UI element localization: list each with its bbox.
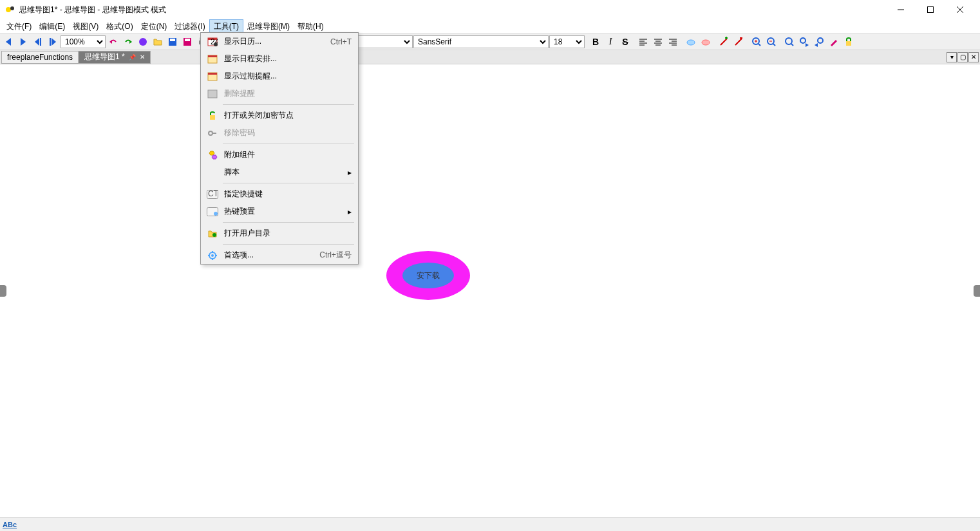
italic-button[interactable]: I — [603, 35, 617, 49]
link-add-button[interactable] — [717, 35, 731, 49]
svg-point-70 — [212, 233, 216, 237]
menu-separator — [223, 244, 354, 245]
close-icon[interactable]: ✕ — [140, 53, 145, 61]
svg-marker-13 — [129, 40, 132, 44]
find-prev-button[interactable] — [812, 35, 826, 49]
menu-scripts[interactable]: 脚本 ▸ — [201, 163, 358, 181]
nav-back-button[interactable] — [1, 35, 15, 49]
nav-forward-button[interactable] — [16, 35, 30, 49]
svg-line-39 — [759, 44, 760, 46]
canvas[interactable]: 安下载 anxz.com anxz 安下载 — [0, 64, 980, 517]
svg-marker-48 — [806, 43, 809, 47]
node-root-inner: 安下载 — [402, 263, 454, 288]
svg-point-62 — [209, 131, 212, 135]
tab-mindmap1[interactable]: 思维导图1 * 📌 ✕ — [79, 51, 151, 64]
save-as-button[interactable] — [180, 35, 194, 49]
menu-navigate[interactable]: 定位(N) — [137, 19, 171, 33]
menu-separator — [223, 183, 354, 183]
font-size-select[interactable]: 18 — [549, 35, 585, 48]
tab-close-button[interactable]: ✕ — [968, 52, 979, 62]
calendar-icon: 24 — [205, 37, 220, 47]
svg-point-55 — [214, 42, 218, 46]
minimize-button[interactable] — [886, 0, 916, 19]
left-collapse-handle[interactable] — [0, 285, 6, 297]
save-button[interactable] — [165, 35, 180, 49]
ctrl-key-icon: CTRL — [205, 190, 220, 199]
menu-show-overdue[interactable]: 显示过期提醒... — [201, 68, 358, 85]
align-left-button[interactable] — [636, 35, 650, 49]
calendar-over-icon — [205, 71, 220, 82]
zoom-in-button[interactable] — [749, 35, 764, 49]
new-button[interactable] — [136, 35, 150, 49]
menu-addons[interactable]: 附加组件 — [201, 146, 358, 163]
svg-point-69 — [214, 212, 218, 216]
svg-marker-8 — [35, 38, 39, 46]
tabbar-controls: ▾ ▢ ✕ — [947, 52, 979, 62]
find-button[interactable] — [782, 35, 796, 49]
strikethrough-button[interactable]: S — [618, 35, 632, 49]
svg-point-47 — [800, 38, 806, 43]
open-button[interactable] — [151, 35, 165, 49]
align-center-button[interactable] — [651, 35, 665, 49]
right-collapse-handle[interactable] — [974, 285, 980, 297]
svg-rect-59 — [208, 73, 217, 75]
link-remove-button[interactable] — [731, 35, 746, 49]
menu-separator — [223, 144, 354, 144]
maximize-button[interactable] — [916, 0, 945, 19]
menu-toggle-encryption[interactable]: 打开或关闭加密节点 — [201, 107, 358, 124]
svg-line-46 — [791, 44, 793, 46]
menu-help[interactable]: 帮助(H) — [294, 19, 328, 33]
tab-restore-button[interactable]: ▢ — [957, 52, 968, 62]
zoom-out-button[interactable] — [764, 35, 778, 49]
svg-rect-60 — [208, 90, 217, 98]
menu-tools[interactable]: 工具(T) — [209, 19, 243, 33]
cloud-button[interactable] — [684, 35, 698, 49]
find-next-button[interactable] — [797, 35, 811, 49]
svg-point-33 — [687, 40, 695, 45]
tools-dropdown: 24 显示日历... Ctrl+T 显示日程安排... 显示过期提醒... 删除… — [200, 32, 359, 265]
svg-rect-9 — [40, 38, 41, 46]
menu-assign-hotkey[interactable]: CTRL 指定快捷键 — [201, 185, 358, 203]
menu-preferences[interactable]: 首选项... Ctrl+逗号 — [201, 247, 358, 264]
hotkey-icon — [205, 207, 220, 216]
menu-show-schedule[interactable]: 显示日程安排... — [201, 50, 358, 68]
svg-point-14 — [139, 38, 147, 46]
menu-format[interactable]: 格式(O) — [102, 19, 137, 33]
menu-file[interactable]: 文件(F) — [3, 19, 35, 33]
menu-open-user-dir[interactable]: 打开用户目录 — [201, 225, 358, 242]
edit-button[interactable] — [827, 35, 841, 49]
nav-forward-alt-button[interactable] — [46, 35, 60, 49]
menu-view[interactable]: 视图(V) — [69, 19, 102, 33]
menu-mindmap[interactable]: 思维导图(M) — [243, 19, 294, 33]
tab-freeplane-functions[interactable]: freeplaneFunctions — [1, 51, 79, 64]
tab-dropdown-button[interactable]: ▾ — [947, 52, 957, 62]
svg-line-43 — [773, 44, 775, 46]
lock-open-icon — [205, 111, 220, 121]
cloud-color-button[interactable] — [699, 35, 713, 49]
menu-show-calendar[interactable]: 24 显示日历... Ctrl+T — [201, 33, 358, 50]
menu-remove-password: 移除密码 — [201, 124, 358, 142]
svg-rect-18 — [185, 39, 190, 41]
node-child[interactable]: anxz — [460, 259, 538, 295]
svg-rect-51 — [846, 41, 851, 46]
svg-point-0 — [6, 7, 11, 12]
svg-marker-64 — [209, 151, 214, 155]
encrypt-button[interactable] — [842, 35, 856, 49]
menu-delete-reminder: 删除提醒 — [201, 85, 358, 102]
bold-button[interactable]: B — [589, 35, 603, 49]
key-remove-icon — [205, 128, 220, 138]
menubar: 文件(F) 编辑(E) 视图(V) 格式(O) 定位(N) 过滤器(I) 工具(… — [0, 19, 980, 33]
align-right-button[interactable] — [666, 35, 680, 49]
menu-hotkey-presets[interactable]: 热键预置 ▸ — [201, 203, 358, 220]
undo-button[interactable] — [106, 35, 120, 49]
close-button[interactable] — [945, 0, 975, 19]
font-select[interactable]: SansSerif — [413, 35, 549, 48]
spellcheck-indicator[interactable]: ABc — [3, 521, 17, 528]
node-root[interactable]: 安下载 — [386, 251, 470, 300]
nav-back-alt-button[interactable] — [31, 35, 45, 49]
menu-filter[interactable]: 过滤器(I) — [171, 19, 209, 33]
zoom-select[interactable]: 100% — [61, 35, 106, 48]
menu-edit[interactable]: 编辑(E) — [35, 19, 69, 33]
redo-button[interactable] — [121, 35, 135, 49]
window-controls — [886, 0, 975, 19]
